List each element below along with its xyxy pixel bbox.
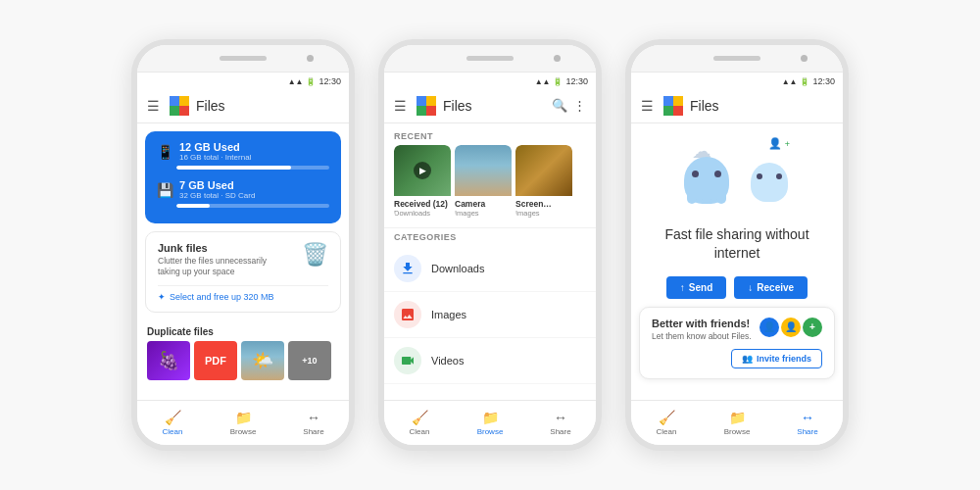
bottom-nav-1: 🧹 Clean 📁 Browse ↔️ Share	[137, 400, 349, 445]
storage-internal: 📱 12 GB Used 16 GB total · Internal	[157, 141, 329, 170]
sharing-title: Fast file sharing without internet	[631, 221, 843, 267]
nav-clean-2[interactable]: 🧹 Clean	[384, 401, 455, 445]
browse-icon-1: 📁	[235, 410, 252, 425]
svg-rect-0	[170, 96, 179, 106]
menu-icon-1[interactable]: ☰	[147, 98, 160, 114]
nav-clean-label-3: Clean	[657, 427, 677, 436]
app-logo-1: Files	[170, 96, 225, 116]
app-logo-3: Files	[663, 96, 719, 116]
nav-share-2[interactable]: ↔️ Share	[525, 401, 596, 445]
battery-icon-3: 🔋	[800, 77, 809, 86]
junk-desc: Clutter the files unnecessarily taking u…	[158, 256, 275, 277]
phone-2-top-bar	[384, 45, 596, 73]
nav-clean-3[interactable]: 🧹 Clean	[631, 401, 702, 445]
phone-storage-icon: 📱	[157, 144, 173, 160]
invite-friends-button[interactable]: 👥 Invite friends	[731, 349, 822, 368]
menu-icon-3[interactable]: ☰	[641, 98, 654, 114]
nav-browse-2[interactable]: 📁 Browse	[455, 401, 525, 445]
status-bar-1: ▲▲ 🔋 12:30	[137, 73, 349, 88]
sdcard-storage-icon: 💾	[157, 182, 173, 198]
junk-action-row[interactable]: ✦ Select and free up 320 MB	[158, 285, 328, 302]
category-downloads[interactable]: Downloads	[384, 246, 596, 292]
svg-rect-2	[170, 106, 179, 116]
battery-icon-1: 🔋	[306, 77, 316, 86]
nav-share-1[interactable]: ↔️ Share	[278, 401, 349, 445]
camera-2	[554, 55, 561, 62]
receive-button[interactable]: ↓ Receive	[734, 276, 808, 299]
app-title-3: Files	[690, 98, 719, 114]
app-title-2: Files	[443, 98, 472, 114]
receive-arrow-icon: ↓	[748, 282, 753, 293]
more-icon-2[interactable]: ⋮	[573, 98, 586, 113]
menu-icon-2[interactable]: ☰	[394, 98, 407, 114]
phone-3-top-bar	[631, 45, 843, 73]
recent-label: RECENT	[384, 123, 596, 145]
storage-card: 📱 12 GB Used 16 GB total · Internal 💾	[145, 131, 341, 223]
files-logo-icon-3	[663, 96, 683, 116]
signal-icon-3: ▲▲	[782, 77, 798, 86]
recent-img-3	[515, 145, 572, 196]
category-images[interactable]: Images	[384, 292, 596, 338]
share-icon-2: ↔️	[554, 410, 567, 425]
recent-label-1: Received (12)	[394, 196, 451, 209]
dup-thumb-1: 🍇	[147, 341, 190, 380]
camera-1	[307, 55, 314, 62]
sharing-hero: ☁	[631, 123, 843, 221]
nav-browse-3[interactable]: 📁 Browse	[702, 401, 772, 445]
sharing-buttons: ↑ Send ↓ Receive	[631, 267, 843, 307]
recent-thumb-3[interactable]: Screen… Images	[515, 145, 572, 218]
recent-row: ▶ Received (12) Downloads Camera Images …	[384, 145, 596, 227]
camera-3	[801, 55, 808, 62]
avatar-1: 👤	[760, 318, 779, 337]
send-button[interactable]: ↑ Send	[666, 276, 726, 299]
speaker-1	[220, 56, 267, 61]
clean-icon-3: 🧹	[659, 410, 675, 425]
friends-title: Better with friends!	[652, 318, 752, 329]
storage2-bar	[176, 204, 210, 208]
time-2: 12:30	[565, 76, 588, 86]
recent-thumb-1[interactable]: ▶ Received (12) Downloads	[394, 145, 451, 218]
svg-rect-3	[179, 106, 189, 116]
junk-title: Junk files	[158, 242, 275, 254]
invite-icon: 👥	[742, 354, 753, 364]
storage-sdcard: 💾 7 GB Used 32 GB total · SD Card	[157, 179, 329, 208]
svg-rect-11	[673, 106, 683, 116]
search-icon-2[interactable]: 🔍	[552, 98, 567, 113]
recent-thumb-2[interactable]: Camera Images	[455, 145, 512, 218]
nav-clean-1[interactable]: 🧹 Clean	[137, 401, 208, 445]
files-logo-icon-2	[416, 96, 436, 116]
storage1-subtitle: 16 GB total · Internal	[179, 153, 329, 162]
sparkle-icon: ✦	[158, 292, 166, 302]
recent-img-2	[455, 145, 512, 196]
speaker-2	[466, 56, 514, 61]
time-3: 12:30	[812, 76, 835, 86]
category-videos[interactable]: Videos	[384, 338, 596, 384]
svg-rect-10	[663, 106, 673, 116]
svg-rect-5	[426, 96, 436, 106]
invite-btn-row: 👥 Invite friends	[652, 349, 822, 368]
ghost-left	[684, 157, 729, 204]
duplicate-section-title: Duplicate files	[137, 320, 349, 341]
nav-browse-label-3: Browse	[724, 427, 751, 436]
nav-browse-1[interactable]: 📁 Browse	[208, 401, 278, 445]
recent-label-3: Screen…	[515, 196, 572, 209]
share-icon-1: ↔️	[307, 410, 320, 425]
nav-share-3[interactable]: ↔️ Share	[772, 401, 843, 445]
categories-label: CATEGORIES	[384, 227, 596, 246]
phone-3-content: ☁	[631, 123, 843, 400]
nav-browse-label-2: Browse	[477, 427, 504, 436]
recent-sub-1: Downloads	[394, 209, 451, 218]
friend-avatars: 👤 👤 +	[760, 318, 822, 337]
nav-browse-label-1: Browse	[230, 427, 257, 436]
app-logo-2: Files	[416, 96, 472, 116]
app-title-1: Files	[196, 98, 225, 114]
signal-icon-1: ▲▲	[288, 77, 304, 86]
svg-rect-9	[673, 96, 683, 106]
send-label: Send	[689, 282, 712, 293]
avatar-plus: +	[803, 318, 822, 337]
recent-img-1: ▶	[394, 145, 451, 196]
nav-clean-label-1: Clean	[163, 427, 183, 436]
category-downloads-label: Downloads	[431, 263, 484, 274]
svg-rect-6	[416, 106, 426, 116]
app-header-2: ☰ Files 🔍 ⋮	[384, 88, 596, 123]
